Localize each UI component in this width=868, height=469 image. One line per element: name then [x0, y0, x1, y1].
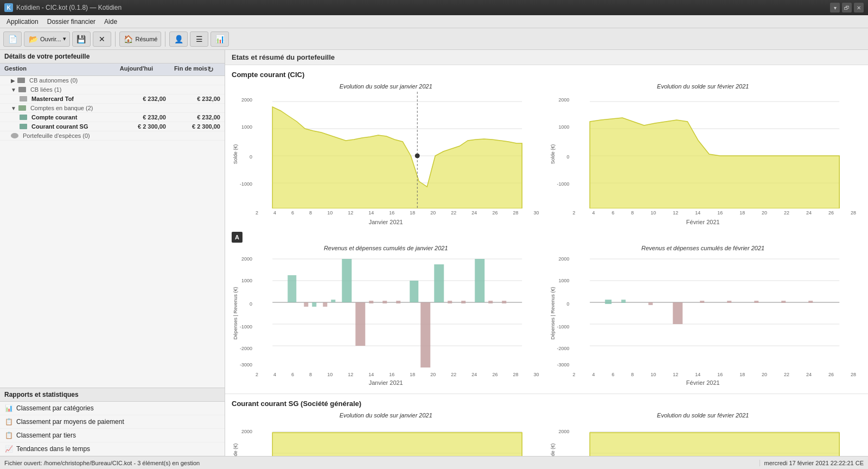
list-item[interactable]: Mastercard Tof € 232,00 € 232,00 [0, 94, 225, 104]
list-button[interactable]: ☰ [190, 31, 208, 47]
chart-button[interactable]: 📊 [210, 31, 229, 47]
bar-charts-row-cic: Revenus et dépenses cumulés de janvier 2… [232, 245, 857, 386]
item-label: Compte courant [31, 114, 77, 121]
item-month-end: € 232,00 [166, 96, 220, 102]
bar-chart-svg-cic-feb [572, 253, 858, 370]
open-arrow: ▾ [63, 35, 66, 42]
item-month-end: € 2 300,00 [166, 123, 220, 130]
maximize-button[interactable]: 🗗 [842, 3, 852, 12]
menu-application[interactable]: Application [2, 17, 43, 27]
svg-rect-43 [727, 301, 731, 303]
svg-rect-40 [648, 302, 653, 305]
person-icon: 👤 [173, 34, 184, 45]
svg-rect-26 [420, 302, 430, 367]
svg-rect-15 [288, 275, 296, 302]
trends-icon: 📈 [4, 445, 13, 453]
expand-arrow[interactable]: ▼ [11, 105, 16, 111]
resume-label: Résumé [136, 36, 158, 42]
tiers-icon: 📋 [4, 431, 13, 440]
bank-icon [20, 115, 27, 120]
svg-rect-46 [808, 301, 813, 303]
month-label-cic-feb-bar: Février 2021 [549, 379, 858, 386]
bank-icon [20, 124, 27, 129]
report-label: Classement par tiers [16, 432, 76, 439]
folder-icon [17, 78, 25, 83]
portfolio-title: Détails de votre portefeuille [0, 50, 225, 64]
chart-cic-feb-line: Evolution du solde sur février 2021 2000… [549, 83, 858, 225]
item-today: € 232,00 [112, 96, 166, 102]
menu-dossier[interactable]: Dossier financier [43, 17, 100, 27]
payments-icon: 📋 [4, 417, 13, 426]
cash-icon [11, 133, 18, 138]
svg-rect-39 [621, 300, 626, 303]
expand-arrow[interactable]: ▶ [11, 78, 15, 84]
open-icon: 📂 [28, 34, 39, 45]
col-gestion: Gestion [4, 65, 99, 74]
toolbar-separator-1 [115, 31, 116, 47]
list-item[interactable]: ▶ CB autonomes (0) [0, 76, 225, 85]
chart-cic-jan-bar: Revenus et dépenses cumulés de janvier 2… [232, 245, 540, 386]
chart-title-sg-feb-line: Evolution du solde sur février 2021 [549, 412, 858, 419]
item-label: Courant courant SG [31, 123, 88, 130]
expand-arrow[interactable]: ▼ [11, 87, 16, 93]
categories-icon: 📊 [4, 404, 13, 413]
col-today: Aujourd'hui [99, 65, 153, 74]
svg-point-5 [415, 154, 419, 158]
new-icon: 📄 [7, 34, 18, 45]
report-payments[interactable]: 📋 Classement par moyens de paiement [0, 415, 225, 429]
minimize-button[interactable]: ▾ [830, 3, 840, 12]
svg-rect-24 [396, 301, 400, 303]
account-section-sg: Courant courant SG (Société générale) Ev… [225, 394, 868, 456]
report-trends[interactable]: 📈 Tendances dans le temps [0, 442, 225, 456]
folder-icon [18, 87, 26, 92]
reports-title: Rapports et statistiques [0, 388, 225, 402]
titlebar: K Kotidien - CIC.kot (0.1.8) — Kotidien … [0, 0, 868, 15]
svg-rect-23 [382, 301, 387, 303]
list-item[interactable]: Courant courant SG € 2 300,00 € 2 300,00 [0, 122, 225, 131]
list-icon: ☰ [194, 34, 205, 45]
svg-rect-29 [461, 301, 465, 303]
list-item[interactable]: Compte courant € 232,00 € 232,00 [0, 113, 225, 122]
card-icon [20, 96, 27, 102]
svg-rect-38 [605, 300, 611, 304]
list-item[interactable]: ▼ CB liées (1) [0, 85, 225, 94]
line-charts-row-sg: Evolution du solde sur janvier 2021 2000… [232, 412, 857, 456]
close-button[interactable]: ✕ [854, 3, 864, 12]
line-charts-row-cic: Evolution du solde sur janvier 2021 2000… [232, 83, 857, 225]
chart-title-cic-jan-bar: Revenus et dépenses cumulés de janvier 2… [232, 245, 540, 251]
open-button[interactable]: 📂 Ouvrir... ▾ [24, 31, 70, 47]
a-button[interactable]: A [232, 232, 242, 243]
save-button[interactable]: 💾 [72, 31, 91, 47]
refresh-icon[interactable]: ↻ [207, 65, 220, 74]
chart-icon: 📊 [214, 34, 225, 45]
line-chart-svg-cic-feb [572, 92, 858, 208]
person-button[interactable]: 👤 [169, 31, 188, 47]
menu-aide[interactable]: Aide [100, 17, 122, 27]
chart-title-cic-feb-bar: Revenus et dépenses cumulés de février 2… [549, 245, 858, 251]
close-file-button[interactable]: ✕ [93, 31, 111, 47]
statusbar: Fichier ouvert: /home/christophe/Bureau/… [0, 456, 868, 469]
svg-rect-45 [781, 301, 786, 303]
resume-button[interactable]: 🏠 Résumé [119, 31, 162, 47]
list-item[interactable]: Portefeuille d'espèces (0) [0, 131, 225, 141]
report-label: Classement par catégories [16, 404, 94, 412]
right-panel-title: Etats et résumé du portefeuille [225, 50, 868, 65]
list-item[interactable]: ▼ Comptes en banque (2) [0, 104, 225, 113]
report-label: Classement par moyens de paiement [16, 418, 124, 426]
toolbar-separator-2 [165, 31, 165, 47]
item-today: € 2 300,00 [112, 123, 166, 130]
new-button[interactable]: 📄 [3, 31, 22, 47]
bank-folder-icon [18, 105, 26, 111]
statusbar-file-info: Fichier ouvert: /home/christophe/Bureau/… [0, 460, 760, 466]
line-chart-svg-cic-jan [254, 92, 540, 208]
report-tiers[interactable]: 📋 Classement par tiers [0, 429, 225, 442]
svg-rect-41 [673, 302, 682, 324]
item-label: CB liées (1) [30, 86, 61, 93]
svg-rect-32 [502, 301, 506, 303]
toolbar: 📄 📂 Ouvrir... ▾ 💾 ✕ 🏠 Résumé 👤 ☰ 📊 [0, 28, 868, 50]
resume-icon: 🏠 [123, 34, 134, 45]
report-categories[interactable]: 📊 Classement par catégories [0, 402, 225, 415]
open-label: Ouvrir... [40, 36, 61, 42]
chart-cic-feb-bar: Revenus et dépenses cumulés de février 2… [549, 245, 858, 386]
svg-rect-30 [475, 259, 484, 302]
